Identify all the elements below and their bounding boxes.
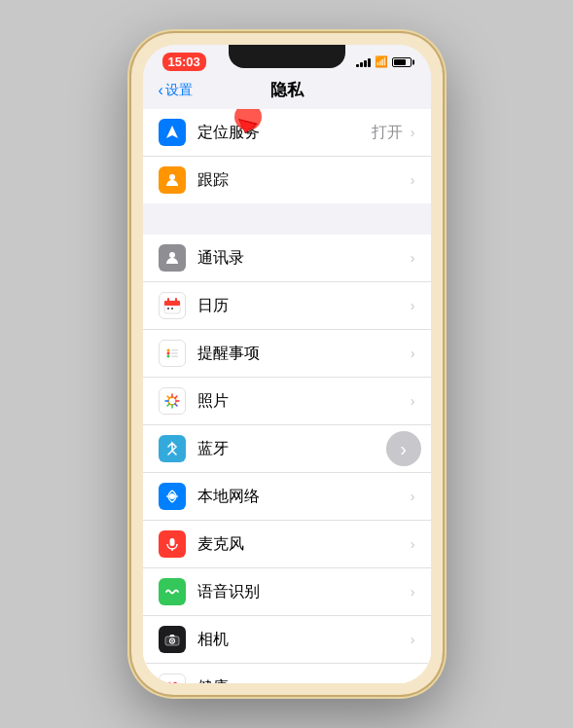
battery-icon: [392, 57, 412, 67]
reminders-label: 提醒事项: [197, 344, 407, 364]
list-item-health[interactable]: 健康 ›: [143, 664, 431, 683]
calendar-label: 日历: [197, 296, 407, 316]
location-label: 定位服务: [197, 123, 372, 143]
health-icon: [159, 673, 186, 683]
camera-chevron-icon: ›: [411, 632, 415, 647]
location-chevron-icon: ›: [411, 125, 415, 140]
photos-icon: [159, 387, 186, 415]
svg-point-9: [167, 308, 169, 309]
svg-line-25: [174, 396, 176, 398]
svg-point-14: [166, 355, 169, 358]
svg-line-23: [167, 396, 169, 398]
svg-line-26: [167, 404, 169, 406]
speech-chevron-icon: ›: [411, 584, 415, 600]
calendar-icon: [159, 292, 186, 319]
contacts-chevron-icon: ›: [411, 250, 415, 266]
back-button[interactable]: ‹ 设置: [159, 82, 193, 99]
list-item-speech[interactable]: 语音识别 ›: [143, 568, 431, 616]
svg-point-3: [169, 174, 175, 180]
microphone-label: 麦克风: [197, 534, 407, 555]
svg-rect-7: [167, 298, 169, 303]
contacts-label: 通讯录: [197, 248, 407, 269]
back-chevron-icon: ‹: [159, 82, 163, 99]
list-item-photos[interactable]: 照片 ›: [143, 378, 431, 425]
camera-label: 相机: [197, 630, 407, 650]
main-section: 通讯录 ›: [143, 235, 431, 683]
photos-chevron-icon: ›: [411, 393, 415, 409]
health-label: 健康: [197, 677, 407, 684]
wifi-icon: 📶: [375, 55, 388, 68]
bluetooth-icon: [159, 435, 186, 462]
content-area: 定位服务 打开 ›: [143, 109, 431, 683]
microphone-chevron-icon: ›: [411, 536, 415, 552]
svg-rect-28: [169, 538, 174, 546]
list-item-reminders[interactable]: 提醒事项 ›: [143, 330, 431, 378]
list-item-local-network[interactable]: 本地网络 ›: [143, 473, 431, 521]
local-network-chevron-icon: ›: [411, 489, 415, 504]
tracking-label: 跟踪: [197, 170, 407, 191]
local-network-label: 本地网络: [197, 487, 407, 507]
health-chevron-icon: ›: [411, 679, 415, 683]
list-item-tracking[interactable]: 跟踪 ›: [143, 157, 431, 203]
reminders-chevron-icon: ›: [411, 346, 415, 361]
list-item-location[interactable]: 定位服务 打开 ›: [143, 109, 431, 157]
list-item-microphone[interactable]: 麦克风 ›: [143, 521, 431, 568]
location-value: 打开: [372, 123, 403, 143]
list-item-contacts[interactable]: 通讯录 ›: [143, 235, 431, 282]
svg-rect-17: [171, 356, 178, 358]
svg-rect-16: [171, 352, 178, 354]
tracking-icon: [159, 166, 186, 194]
list-item-bluetooth[interactable]: 蓝牙 ›: [143, 425, 431, 473]
svg-point-4: [169, 252, 175, 258]
bluetooth-label: 蓝牙: [197, 439, 415, 459]
svg-rect-15: [171, 349, 178, 351]
local-network-icon: [159, 483, 186, 510]
svg-point-13: [166, 352, 169, 355]
svg-rect-6: [164, 301, 180, 306]
status-time: 15:03: [162, 53, 206, 71]
signal-icon: [356, 57, 371, 67]
microphone-icon: [159, 530, 186, 558]
tracking-chevron-icon: ›: [411, 172, 415, 188]
svg-point-32: [171, 640, 173, 642]
svg-point-12: [166, 349, 169, 352]
photos-label: 照片: [197, 391, 407, 412]
list-item-calendar[interactable]: 日历 ›: [143, 282, 431, 330]
camera-icon: [159, 626, 186, 653]
contacts-icon: [159, 244, 186, 272]
status-icons: 📶: [356, 55, 412, 68]
svg-line-24: [174, 404, 176, 406]
page-title: 隐私: [270, 79, 304, 101]
svg-rect-8: [175, 298, 177, 303]
reminders-icon: [159, 340, 186, 367]
list-item-camera[interactable]: 相机 ›: [143, 616, 431, 664]
nav-bar: ‹ 设置 隐私: [143, 75, 431, 109]
location-icon: [159, 119, 186, 146]
calendar-chevron-icon: ›: [411, 298, 415, 313]
speech-icon: [159, 578, 186, 605]
svg-point-10: [171, 308, 173, 309]
top-section: 定位服务 打开 ›: [143, 109, 431, 203]
back-label: 设置: [165, 82, 193, 99]
bluetooth-assist-button[interactable]: ›: [386, 431, 421, 466]
speech-label: 语音识别: [197, 582, 407, 602]
